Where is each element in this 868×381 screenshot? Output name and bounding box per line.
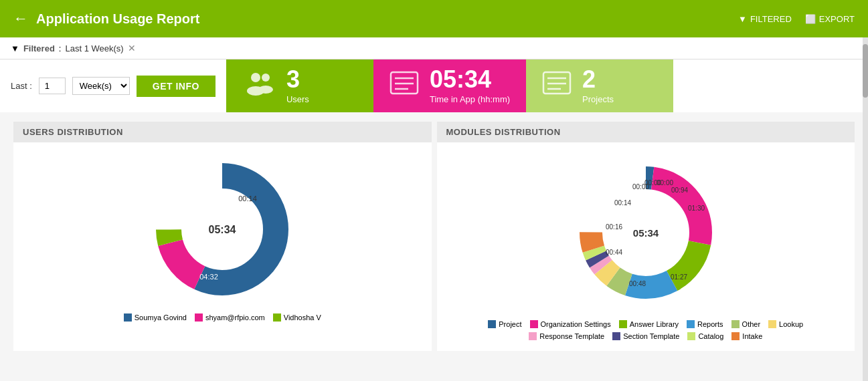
legend-lookup: Lookup bbox=[768, 320, 803, 328]
legend-label-shyam: shyam@rfpio.com bbox=[205, 313, 265, 322]
legend-dot-intake bbox=[731, 332, 740, 340]
legend-intake: Intake bbox=[731, 332, 762, 340]
period-select[interactable]: Week(s) Day(s) Month(s) bbox=[72, 77, 130, 95]
legend-dot-lookup bbox=[768, 320, 776, 328]
stat-card-time: 05:34 Time in App (hh:mm) bbox=[373, 59, 526, 112]
scrollbar[interactable] bbox=[863, 37, 868, 381]
svg-text:05:34: 05:34 bbox=[209, 224, 236, 235]
svg-point-0 bbox=[251, 73, 260, 82]
legend-label-lookup: Lookup bbox=[779, 320, 803, 328]
projects-icon bbox=[542, 70, 572, 102]
users-legend: Soumya Govind shyam@rfpio.com Vidhosha V bbox=[117, 309, 328, 326]
users-distribution-section: USERS DISTRIBUTION 05:34 bbox=[13, 122, 432, 351]
legend-dot-other bbox=[731, 320, 740, 328]
legend-dot-vidhosha bbox=[273, 313, 281, 322]
controls-stats-row: Last : Week(s) Day(s) Month(s) GET INFO … bbox=[0, 59, 868, 112]
distributions-row: USERS DISTRIBUTION 05:34 bbox=[0, 112, 868, 360]
legend-vidhosha: Vidhosha V bbox=[273, 313, 321, 322]
projects-count: 2 bbox=[582, 68, 614, 92]
legend-label-section-template: Section Template bbox=[623, 332, 679, 340]
filter-colon: : bbox=[59, 43, 62, 53]
filter-value: Last 1 Week(s) bbox=[65, 43, 123, 53]
legend-dot-section-template bbox=[612, 332, 620, 340]
legend-label-vidhosha: Vidhosha V bbox=[284, 313, 321, 322]
time-icon bbox=[389, 70, 419, 102]
legend-dot-response-template bbox=[529, 332, 537, 340]
legend-label-intake: Intake bbox=[742, 332, 762, 340]
svg-point-3 bbox=[258, 86, 273, 94]
legend-soumya: Soumya Govind bbox=[124, 313, 187, 322]
scrollbar-thumb[interactable] bbox=[863, 44, 868, 98]
legend-other: Other bbox=[731, 320, 761, 328]
filter-icon: ▼ bbox=[738, 14, 747, 24]
legend-label-catalog: Catalog bbox=[698, 332, 723, 340]
modules-legend: Project Organization Settings Answer Lib… bbox=[452, 316, 840, 344]
legend-label-answer-library: Answer Library bbox=[630, 320, 679, 328]
svg-text:05:34: 05:34 bbox=[633, 227, 659, 239]
users-donut-chart: 05:34 00:14 00:47 04:32 bbox=[149, 156, 296, 303]
filter-close-button[interactable]: ✕ bbox=[128, 43, 136, 53]
filter-prefix: Filtered bbox=[23, 43, 55, 53]
modules-dist-content: 05:34 01:30 01:27 00:48 00:44 00:16 00:1… bbox=[437, 142, 855, 351]
legend-dot-shyam bbox=[195, 313, 203, 322]
svg-text:00:16: 00:16 bbox=[606, 223, 622, 231]
page-title: Application Usage Report bbox=[36, 11, 199, 27]
svg-text:00:00: 00:00 bbox=[657, 179, 673, 186]
svg-text:00:47: 00:47 bbox=[181, 208, 199, 216]
legend-section-template: Section Template bbox=[612, 332, 679, 340]
users-dist-header: USERS DISTRIBUTION bbox=[13, 122, 432, 142]
users-count: 3 bbox=[286, 68, 309, 92]
legend-project: Project bbox=[488, 320, 521, 328]
legend-dot-project bbox=[488, 320, 496, 328]
legend-reports: Reports bbox=[687, 320, 723, 328]
filtered-button[interactable]: ▼ FILTERED bbox=[738, 14, 792, 24]
legend-dot-reports bbox=[687, 320, 695, 328]
legend-label-response-template: Response Template bbox=[539, 332, 604, 340]
time-value: 05:34 bbox=[430, 68, 510, 92]
legend-label-soumya: Soumya Govind bbox=[135, 313, 187, 322]
legend-catalog: Catalog bbox=[687, 332, 723, 340]
svg-text:00:44: 00:44 bbox=[606, 249, 622, 256]
legend-label-project: Project bbox=[499, 320, 521, 328]
get-info-button[interactable]: GET INFO bbox=[137, 76, 215, 97]
filter-bar: ▼ Filtered : Last 1 Week(s) ✕ bbox=[0, 37, 868, 59]
users-label: Users bbox=[286, 94, 309, 104]
modules-donut-chart: 05:34 01:30 01:27 00:48 00:44 00:16 00:1… bbox=[569, 156, 723, 309]
legend-dot-answer-library bbox=[619, 320, 627, 328]
last-label: Last : bbox=[11, 81, 32, 91]
modules-distribution-section: MODULES DISTRIBUTION bbox=[437, 122, 855, 351]
filter-icon-small: ▼ bbox=[11, 43, 19, 53]
svg-text:00:94: 00:94 bbox=[671, 186, 688, 194]
time-label: Time in App (hh:mm) bbox=[430, 94, 510, 104]
legend-dot-catalog bbox=[687, 332, 695, 340]
legend-org-settings: Organization Settings bbox=[530, 320, 611, 328]
legend-dot-org-settings bbox=[530, 320, 538, 328]
controls-section: Last : Week(s) Day(s) Month(s) GET INFO bbox=[0, 59, 226, 112]
legend-answer-library: Answer Library bbox=[619, 320, 679, 328]
app-header: ← Application Usage Report ▼ FILTERED ⬜ … bbox=[0, 0, 868, 37]
export-button[interactable]: ⬜ EXPORT bbox=[805, 14, 855, 24]
svg-point-2 bbox=[262, 74, 270, 82]
svg-text:01:30: 01:30 bbox=[688, 205, 705, 212]
modules-dist-header: MODULES DISTRIBUTION bbox=[437, 122, 855, 142]
users-dist-content: 05:34 00:14 00:47 04:32 Soumya Govind bbox=[13, 142, 432, 332]
legend-response-template: Response Template bbox=[529, 332, 604, 340]
svg-text:01:27: 01:27 bbox=[671, 273, 687, 281]
legend-label-reports: Reports bbox=[697, 320, 723, 328]
legend-shyam: shyam@rfpio.com bbox=[195, 313, 265, 322]
legend-label-org-settings: Organization Settings bbox=[541, 320, 611, 328]
number-input[interactable] bbox=[39, 78, 66, 94]
export-icon: ⬜ bbox=[805, 14, 816, 24]
legend-dot-soumya bbox=[124, 313, 132, 322]
stat-card-users: 3 Users bbox=[226, 59, 373, 112]
legend-label-other: Other bbox=[742, 320, 761, 328]
svg-text:00:14: 00:14 bbox=[238, 195, 257, 203]
svg-text:04:32: 04:32 bbox=[199, 273, 218, 281]
projects-label: Projects bbox=[582, 94, 614, 104]
back-button[interactable]: ← bbox=[13, 10, 28, 27]
svg-text:00:48: 00:48 bbox=[629, 280, 646, 287]
svg-text:00:14: 00:14 bbox=[614, 199, 631, 207]
users-icon bbox=[242, 70, 276, 102]
stat-card-projects: 2 Projects bbox=[526, 59, 673, 112]
